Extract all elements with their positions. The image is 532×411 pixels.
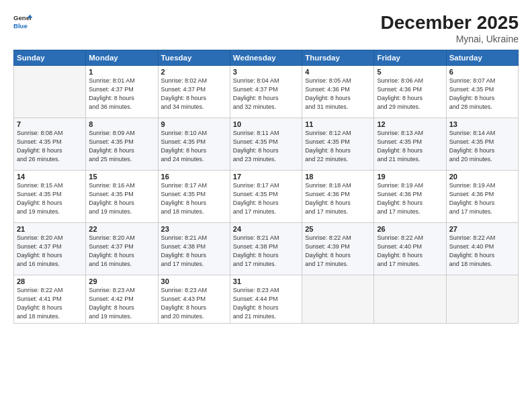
- day-detail: Sunrise: 8:02 AMSunset: 4:37 PMDaylight:…: [161, 77, 208, 110]
- day-number: 20: [449, 173, 515, 181]
- day-number: 24: [233, 225, 299, 233]
- table-row: [302, 275, 374, 324]
- day-detail: Sunrise: 8:23 AMSunset: 4:43 PMDaylight:…: [161, 287, 208, 320]
- table-row: 6 Sunrise: 8:07 AMSunset: 4:35 PMDayligh…: [446, 66, 518, 118]
- table-row: [14, 66, 86, 118]
- day-detail: Sunrise: 8:22 AMSunset: 4:39 PMDaylight:…: [305, 234, 351, 267]
- title-block: December 2025 Mynai, Ukraine: [381, 12, 519, 44]
- col-wednesday: Wednesday: [230, 50, 302, 66]
- col-thursday: Thursday: [302, 50, 374, 66]
- day-detail: Sunrise: 8:09 AMSunset: 4:35 PMDaylight:…: [89, 130, 135, 163]
- day-number: 9: [161, 120, 227, 128]
- table-row: 4 Sunrise: 8:05 AMSunset: 4:36 PMDayligh…: [302, 66, 374, 118]
- day-number: 29: [89, 277, 154, 285]
- day-detail: Sunrise: 8:19 AMSunset: 4:36 PMDaylight:…: [449, 182, 496, 215]
- day-number: 4: [305, 68, 371, 76]
- day-detail: Sunrise: 8:07 AMSunset: 4:35 PMDaylight:…: [449, 77, 496, 110]
- table-row: 25 Sunrise: 8:22 AMSunset: 4:39 PMDaylig…: [302, 223, 374, 275]
- table-row: 27 Sunrise: 8:22 AMSunset: 4:40 PMDaylig…: [446, 223, 518, 275]
- calendar-header-row: Sunday Monday Tuesday Wednesday Thursday…: [14, 50, 519, 66]
- col-saturday: Saturday: [446, 50, 518, 66]
- day-detail: Sunrise: 8:12 AMSunset: 4:35 PMDaylight:…: [305, 130, 351, 163]
- calendar-table: Sunday Monday Tuesday Wednesday Thursday…: [13, 50, 519, 324]
- table-row: 30 Sunrise: 8:23 AMSunset: 4:43 PMDaylig…: [158, 275, 230, 324]
- day-detail: Sunrise: 8:01 AMSunset: 4:37 PMDaylight:…: [89, 77, 135, 110]
- day-number: 14: [17, 173, 83, 181]
- table-row: 11 Sunrise: 8:12 AMSunset: 4:35 PMDaylig…: [302, 118, 374, 171]
- day-detail: Sunrise: 8:08 AMSunset: 4:35 PMDaylight:…: [17, 130, 63, 163]
- table-row: 10 Sunrise: 8:11 AMSunset: 4:35 PMDaylig…: [230, 118, 302, 171]
- day-number: 27: [449, 225, 515, 233]
- table-row: 17 Sunrise: 8:17 AMSunset: 4:35 PMDaylig…: [230, 171, 302, 223]
- day-number: 13: [449, 120, 515, 128]
- day-detail: Sunrise: 8:10 AMSunset: 4:35 PMDaylight:…: [161, 130, 208, 163]
- day-detail: Sunrise: 8:13 AMSunset: 4:35 PMDaylight:…: [377, 130, 423, 163]
- logo: General Blue: [13, 12, 35, 31]
- day-number: 23: [161, 225, 227, 233]
- day-number: 2: [161, 68, 227, 76]
- day-detail: Sunrise: 8:22 AMSunset: 4:40 PMDaylight:…: [377, 234, 423, 267]
- page: General Blue December 2025 Mynai, Ukrain…: [0, 0, 532, 411]
- table-row: 18 Sunrise: 8:18 AMSunset: 4:36 PMDaylig…: [302, 171, 374, 223]
- day-detail: Sunrise: 8:15 AMSunset: 4:35 PMDaylight:…: [17, 182, 63, 215]
- table-row: 7 Sunrise: 8:08 AMSunset: 4:35 PMDayligh…: [14, 118, 86, 171]
- day-detail: Sunrise: 8:22 AMSunset: 4:40 PMDaylight:…: [449, 234, 496, 267]
- day-detail: Sunrise: 8:16 AMSunset: 4:35 PMDaylight:…: [89, 182, 135, 215]
- table-row: 26 Sunrise: 8:22 AMSunset: 4:40 PMDaylig…: [374, 223, 446, 275]
- day-detail: Sunrise: 8:17 AMSunset: 4:35 PMDaylight:…: [233, 182, 279, 215]
- day-number: 6: [449, 68, 515, 76]
- table-row: 24 Sunrise: 8:21 AMSunset: 4:38 PMDaylig…: [230, 223, 302, 275]
- table-row: 1 Sunrise: 8:01 AMSunset: 4:37 PMDayligh…: [86, 66, 158, 118]
- day-detail: Sunrise: 8:23 AMSunset: 4:42 PMDaylight:…: [89, 287, 135, 320]
- table-row: 16 Sunrise: 8:17 AMSunset: 4:35 PMDaylig…: [158, 171, 230, 223]
- col-friday: Friday: [374, 50, 446, 66]
- table-row: 14 Sunrise: 8:15 AMSunset: 4:35 PMDaylig…: [14, 171, 86, 223]
- table-row: 8 Sunrise: 8:09 AMSunset: 4:35 PMDayligh…: [86, 118, 158, 171]
- col-tuesday: Tuesday: [158, 50, 230, 66]
- header: General Blue December 2025 Mynai, Ukrain…: [13, 12, 519, 44]
- day-number: 22: [89, 225, 154, 233]
- day-detail: Sunrise: 8:14 AMSunset: 4:35 PMDaylight:…: [449, 130, 496, 163]
- day-detail: Sunrise: 8:20 AMSunset: 4:37 PMDaylight:…: [89, 234, 135, 267]
- day-detail: Sunrise: 8:22 AMSunset: 4:41 PMDaylight:…: [17, 287, 63, 320]
- table-row: 19 Sunrise: 8:19 AMSunset: 4:36 PMDaylig…: [374, 171, 446, 223]
- day-number: 21: [17, 225, 83, 233]
- table-row: 13 Sunrise: 8:14 AMSunset: 4:35 PMDaylig…: [446, 118, 518, 171]
- col-sunday: Sunday: [14, 50, 86, 66]
- day-detail: Sunrise: 8:18 AMSunset: 4:36 PMDaylight:…: [305, 182, 351, 215]
- table-row: 22 Sunrise: 8:20 AMSunset: 4:37 PMDaylig…: [86, 223, 158, 275]
- table-row: 9 Sunrise: 8:10 AMSunset: 4:35 PMDayligh…: [158, 118, 230, 171]
- day-detail: Sunrise: 8:23 AMSunset: 4:44 PMDaylight:…: [233, 287, 279, 320]
- month-year: December 2025: [381, 12, 519, 34]
- day-number: 5: [377, 68, 443, 76]
- day-detail: Sunrise: 8:11 AMSunset: 4:35 PMDaylight:…: [233, 130, 279, 163]
- table-row: 28 Sunrise: 8:22 AMSunset: 4:41 PMDaylig…: [14, 275, 86, 324]
- day-number: 7: [17, 120, 83, 128]
- day-number: 12: [377, 120, 443, 128]
- day-number: 26: [377, 225, 443, 233]
- day-detail: Sunrise: 8:21 AMSunset: 4:38 PMDaylight:…: [161, 234, 208, 267]
- day-detail: Sunrise: 8:21 AMSunset: 4:38 PMDaylight:…: [233, 234, 279, 267]
- table-row: 2 Sunrise: 8:02 AMSunset: 4:37 PMDayligh…: [158, 66, 230, 118]
- table-row: 5 Sunrise: 8:06 AMSunset: 4:36 PMDayligh…: [374, 66, 446, 118]
- table-row: 29 Sunrise: 8:23 AMSunset: 4:42 PMDaylig…: [86, 275, 158, 324]
- day-number: 17: [233, 173, 299, 181]
- svg-text:Blue: Blue: [13, 22, 28, 30]
- table-row: 23 Sunrise: 8:21 AMSunset: 4:38 PMDaylig…: [158, 223, 230, 275]
- table-row: 20 Sunrise: 8:19 AMSunset: 4:36 PMDaylig…: [446, 171, 518, 223]
- day-detail: Sunrise: 8:17 AMSunset: 4:35 PMDaylight:…: [161, 182, 208, 215]
- day-detail: Sunrise: 8:19 AMSunset: 4:36 PMDaylight:…: [377, 182, 423, 215]
- day-number: 11: [305, 120, 371, 128]
- table-row: [446, 275, 518, 324]
- day-detail: Sunrise: 8:04 AMSunset: 4:37 PMDaylight:…: [233, 77, 279, 110]
- day-number: 1: [89, 68, 154, 76]
- table-row: 15 Sunrise: 8:16 AMSunset: 4:35 PMDaylig…: [86, 171, 158, 223]
- day-number: 10: [233, 120, 299, 128]
- day-number: 28: [17, 277, 83, 285]
- table-row: 3 Sunrise: 8:04 AMSunset: 4:37 PMDayligh…: [230, 66, 302, 118]
- table-row: 21 Sunrise: 8:20 AMSunset: 4:37 PMDaylig…: [14, 223, 86, 275]
- table-row: 12 Sunrise: 8:13 AMSunset: 4:35 PMDaylig…: [374, 118, 446, 171]
- day-number: 18: [305, 173, 371, 181]
- day-number: 25: [305, 225, 371, 233]
- day-number: 31: [233, 277, 299, 285]
